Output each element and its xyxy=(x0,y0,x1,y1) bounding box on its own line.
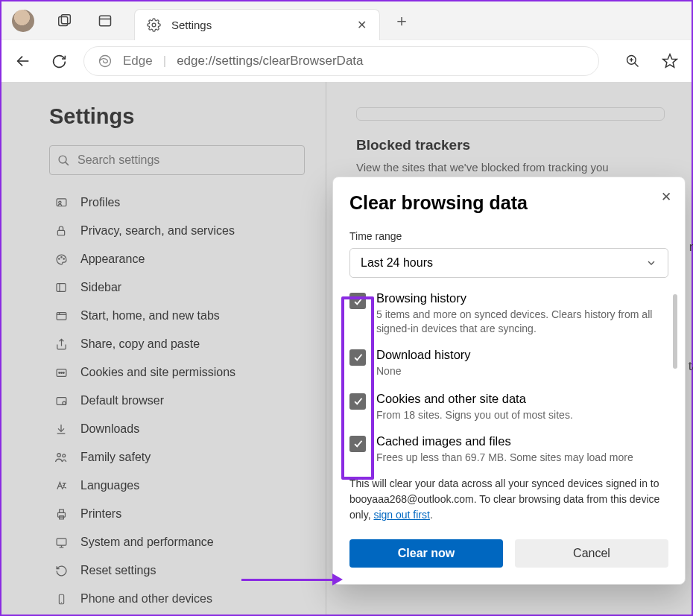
svg-rect-1 xyxy=(61,14,70,23)
option-cache: Cached images and files Frees up less th… xyxy=(349,434,668,465)
data-type-list: Browsing history 5 items and more on syn… xyxy=(349,291,668,464)
option-cookies: Cookies and other site data From 18 site… xyxy=(349,392,668,422)
option-desc: Frees up less than 69.7 MB. Some sites m… xyxy=(376,451,633,465)
clear-now-button[interactable]: Clear now xyxy=(349,539,503,568)
svg-point-4 xyxy=(152,23,156,27)
zoom-icon[interactable] xyxy=(621,50,644,72)
tab-actions-icon[interactable] xyxy=(97,13,113,29)
favorite-icon[interactable] xyxy=(659,50,681,72)
timerange-select[interactable]: Last 24 hours xyxy=(349,248,668,278)
workspaces-icon[interactable] xyxy=(57,13,73,29)
tab-title: Settings xyxy=(171,19,354,31)
chevron-down-icon xyxy=(645,257,657,269)
avatar[interactable] xyxy=(12,10,34,32)
checkbox-cookies[interactable] xyxy=(349,393,366,410)
option-desc: None xyxy=(376,364,471,378)
timerange-value: Last 24 hours xyxy=(361,256,433,270)
option-desc: From 18 sites. Signs you out of most sit… xyxy=(376,408,573,422)
checkbox-cache[interactable] xyxy=(349,436,366,452)
option-browsing-history: Browsing history 5 items and more on syn… xyxy=(349,291,668,336)
option-desc: 5 items and more on synced devices. Clea… xyxy=(376,308,668,336)
annotation-arrow xyxy=(241,574,343,585)
option-title: Cached images and files xyxy=(376,434,633,448)
clear-browsing-data-dialog: ✕ Clear browsing data Time range Last 24… xyxy=(332,177,686,585)
address-separator: | xyxy=(163,54,166,69)
option-title: Browsing history xyxy=(376,291,668,305)
timerange-label: Time range xyxy=(349,230,668,242)
note-text: . xyxy=(430,509,433,521)
address-brand: Edge xyxy=(123,54,153,69)
cancel-button[interactable]: Cancel xyxy=(515,539,668,568)
checkbox-download-history[interactable] xyxy=(349,349,366,366)
svg-point-6 xyxy=(100,56,111,67)
option-download-history: Download history None xyxy=(349,348,668,378)
gear-icon xyxy=(147,18,161,32)
scrollbar[interactable] xyxy=(673,294,677,369)
refresh-button[interactable] xyxy=(48,50,70,72)
back-button[interactable] xyxy=(12,50,34,72)
sync-note: This will clear your data across all you… xyxy=(349,476,668,523)
close-tab-button[interactable]: ✕ xyxy=(354,18,369,32)
svg-rect-2 xyxy=(100,16,111,25)
svg-rect-0 xyxy=(59,16,68,25)
new-tab-button[interactable]: ＋ xyxy=(393,10,410,32)
dialog-title: Clear browsing data xyxy=(349,192,668,214)
option-title: Cookies and other site data xyxy=(376,392,573,406)
edge-logo-icon xyxy=(98,54,113,69)
toolbar: Edge | edge://settings/clearBrowserData xyxy=(1,40,692,82)
address-bar[interactable]: Edge | edge://settings/clearBrowserData xyxy=(83,46,599,76)
browser-tab[interactable]: Settings ✕ xyxy=(134,9,380,40)
svg-marker-11 xyxy=(663,54,677,67)
sign-out-link[interactable]: sign out first xyxy=(373,509,429,521)
svg-line-8 xyxy=(635,63,639,67)
tab-strip: Settings ✕ ＋ xyxy=(1,1,692,40)
close-dialog-button[interactable]: ✕ xyxy=(658,186,674,208)
checkbox-browsing-history[interactable] xyxy=(349,293,366,309)
address-url: edge://settings/clearBrowserData xyxy=(177,54,363,69)
option-title: Download history xyxy=(376,348,471,362)
